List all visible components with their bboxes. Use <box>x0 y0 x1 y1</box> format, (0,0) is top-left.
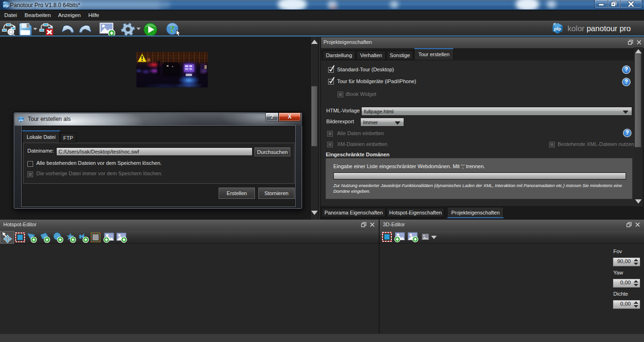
svg-text:ptp: ptp <box>3 4 8 8</box>
svg-text:?: ? <box>169 24 175 35</box>
svg-text:ptp: ptp <box>19 118 24 121</box>
svg-text:ptp: ptp <box>554 26 561 31</box>
